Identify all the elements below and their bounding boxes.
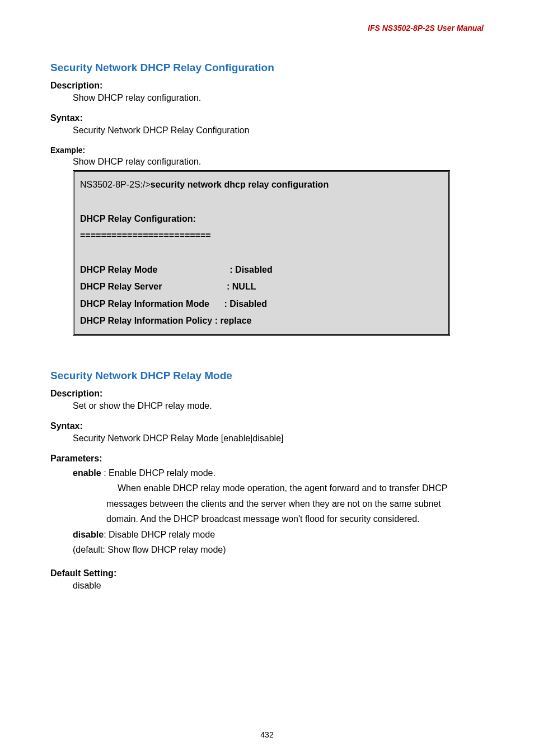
section2-desc-label: Description: xyxy=(50,389,484,399)
param-enable-line: enable : Enable DHCP relaly mode. xyxy=(73,466,484,480)
terminal-output: NS3502-8P-2S:/>security network dhcp rel… xyxy=(73,170,450,336)
terminal-blank1 xyxy=(80,193,443,210)
terminal-command-line: NS3502-8P-2S:/>security network dhcp rel… xyxy=(80,176,443,193)
section2-params-label: Parameters: xyxy=(50,454,484,464)
section1-syntax-label: Syntax: xyxy=(50,113,484,123)
section1-example-label: Example: xyxy=(50,146,484,155)
param-enable-l2: When enable DHCP relay mode operation, t… xyxy=(118,481,484,496)
section2-default-label: Default Setting: xyxy=(50,568,484,578)
param-default-line: (default: Show flow DHCP relay mode) xyxy=(73,543,484,557)
terminal-row2: DHCP Relay Server : NULL xyxy=(80,278,443,295)
terminal-conf-title: DHCP Relay Configuration: xyxy=(80,211,443,227)
section2-title: Security Network DHCP Relay Mode xyxy=(50,370,484,382)
param-disable-line: disable: Disable DHCP relaly mode xyxy=(73,528,484,542)
terminal-row3: DHCP Relay Information Mode : Disabled xyxy=(80,296,443,312)
param-enable-rest: : Enable DHCP relaly mode. xyxy=(101,468,216,478)
page-number: 432 xyxy=(260,730,273,739)
section1-example-text: Show DHCP relay configuration. xyxy=(73,157,484,167)
param-enable-bold: enable xyxy=(73,468,101,478)
section1-syntax-text: Security Network DHCP Relay Configuratio… xyxy=(73,125,484,136)
section2-syntax-label: Syntax: xyxy=(50,421,484,431)
param-disable-bold: disable xyxy=(73,530,104,539)
param-enable-l3: messages between the clients and the ser… xyxy=(106,497,484,511)
section1-desc-text: Show DHCP relay configuration. xyxy=(73,93,484,103)
section2-default-value: disable xyxy=(73,581,484,591)
terminal-row4: DHCP Relay Information Policy : replace xyxy=(80,312,443,329)
terminal-command: security network dhcp relay configuratio… xyxy=(151,180,329,189)
terminal-row1: DHCP Relay Mode : Disabled xyxy=(80,262,443,278)
section1-title: Security Network DHCP Relay Configuratio… xyxy=(50,62,484,74)
section2-desc-text: Set or show the DHCP relay mode. xyxy=(73,401,484,411)
terminal-blank2 xyxy=(80,245,443,262)
section1-desc-label: Description: xyxy=(50,81,484,91)
param-enable-l4: domain. And the DHCP broadcast message w… xyxy=(106,512,484,526)
terminal-divider: ========================= xyxy=(80,227,443,244)
terminal-prompt: NS3502-8P-2S:/> xyxy=(80,180,151,189)
content: Security Network DHCP Relay Configuratio… xyxy=(50,62,484,591)
section2-syntax-text: Security Network DHCP Relay Mode [enable… xyxy=(73,433,484,444)
param-disable-rest: : Disable DHCP relaly mode xyxy=(104,530,215,539)
header-product: IFS NS3502-8P-2S User Manual xyxy=(368,24,484,32)
